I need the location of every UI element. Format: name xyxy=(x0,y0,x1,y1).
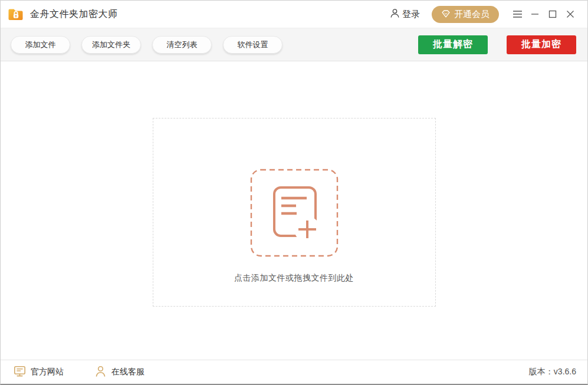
batch-decrypt-button[interactable]: 批量解密 xyxy=(418,35,488,54)
titlebar: 金舟文件夹加密大师 登录 开通会员 xyxy=(1,1,587,28)
settings-button[interactable]: 软件设置 xyxy=(223,36,282,54)
online-support-label: 在线客服 xyxy=(111,367,144,377)
main-area: 点击添加文件或拖拽文件到此处 xyxy=(1,61,587,360)
close-icon[interactable] xyxy=(561,5,579,23)
official-website-label: 官方网站 xyxy=(31,367,64,377)
monitor-icon xyxy=(14,365,26,380)
clear-list-button[interactable]: 清空列表 xyxy=(152,36,212,54)
add-file-button[interactable]: 添加文件 xyxy=(11,36,70,54)
official-website-link[interactable]: 官方网站 xyxy=(14,365,64,380)
version-label: 版本：v3.6.6 xyxy=(529,367,576,377)
statusbar: 官方网站 在线客服 版本：v3.6.6 xyxy=(1,360,587,384)
person-icon xyxy=(390,8,400,21)
app-title: 金舟文件夹加密大师 xyxy=(30,8,118,21)
maximize-icon[interactable] xyxy=(544,5,561,23)
open-membership-button[interactable]: 开通会员 xyxy=(432,6,499,23)
gem-icon xyxy=(441,9,451,20)
file-dropzone[interactable]: 点击添加文件或拖拽文件到此处 xyxy=(153,118,436,307)
add-document-icon xyxy=(250,169,339,257)
minimize-icon[interactable] xyxy=(526,5,544,23)
titlebar-actions: 登录 开通会员 xyxy=(390,5,579,23)
window-controls xyxy=(508,5,579,23)
membership-label: 开通会员 xyxy=(454,9,490,20)
batch-actions: 批量解密 批量加密 xyxy=(418,35,576,54)
login-button[interactable]: 登录 xyxy=(390,8,420,21)
login-label: 登录 xyxy=(402,9,420,20)
menu-icon[interactable] xyxy=(508,5,526,23)
dropzone-hint: 点击添加文件或拖拽文件到此处 xyxy=(234,273,354,284)
app-window: 金舟文件夹加密大师 登录 开通会员 xyxy=(0,0,588,385)
online-support-link[interactable]: 在线客服 xyxy=(94,365,144,380)
support-person-icon xyxy=(94,365,107,380)
toolbar: 添加文件 添加文件夹 清空列表 软件设置 批量解密 批量加密 xyxy=(1,28,587,61)
app-folder-lock-icon xyxy=(8,7,24,21)
add-folder-button[interactable]: 添加文件夹 xyxy=(81,36,141,54)
batch-encrypt-button[interactable]: 批量加密 xyxy=(507,35,576,54)
